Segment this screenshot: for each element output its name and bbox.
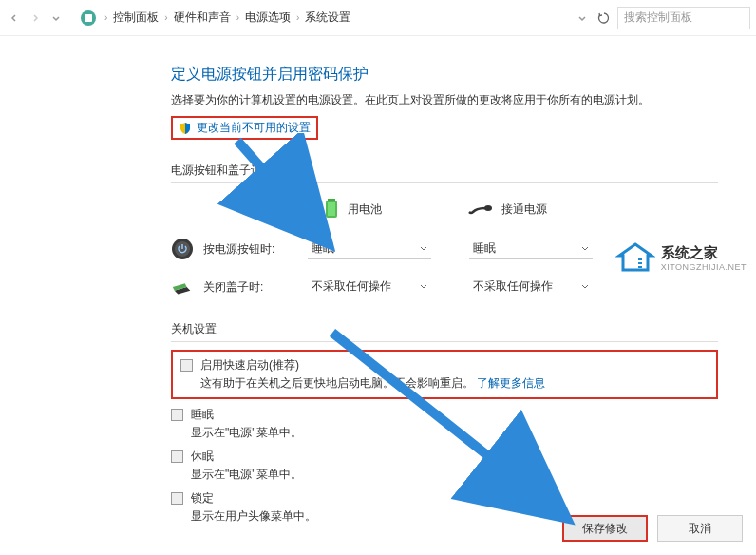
close-lid-row: 关闭盖子时: 不采取任何操作 不采取任何操作 xyxy=(171,276,718,298)
chevron-down-icon xyxy=(420,245,427,253)
laptop-lid-icon xyxy=(171,276,194,298)
chevron-down-icon xyxy=(420,283,427,291)
svg-rect-1 xyxy=(85,14,92,22)
section-shutdown-title: 关机设置 xyxy=(171,321,718,342)
watermark-subtitle: XITONGZHIJIA.NET xyxy=(661,262,747,272)
breadcrumb-expand-button[interactable] xyxy=(574,10,591,27)
watermark-logo-icon xyxy=(615,241,655,274)
battery-icon xyxy=(323,197,340,222)
watermark-title: 系统之家 xyxy=(661,244,747,262)
lock-checkbox[interactable] xyxy=(171,492,183,505)
hibernate-description: 显示在"电源"菜单中。 xyxy=(191,467,718,483)
svg-rect-4 xyxy=(328,202,335,216)
change-settings-link[interactable]: 更改当前不可用的设置 xyxy=(197,120,311,136)
sleep-description: 显示在"电源"菜单中。 xyxy=(191,425,718,441)
sleep-label: 睡眠 xyxy=(191,407,214,423)
page-title: 定义电源按钮并启用密码保护 xyxy=(171,65,718,85)
hibernate-label: 休眠 xyxy=(191,449,214,465)
breadcrumb-item[interactable]: 系统设置 xyxy=(305,10,350,26)
page-subtitle: 选择要为你的计算机设置的电源设置。在此页上对设置所做的更改将应用于你所有的电源计… xyxy=(171,92,718,108)
breadcrumb-item[interactable]: 控制面板 xyxy=(113,10,159,26)
fast-startup-highlight: 启用快速启动(推荐) 这有助于在关机之后更快地启动电脑。不会影响重启。 了解更多… xyxy=(171,350,718,399)
plugged-label: 接通电源 xyxy=(501,201,547,218)
refresh-button[interactable] xyxy=(595,9,614,28)
section-power-title: 电源按钮和盖子设置 xyxy=(171,163,718,183)
save-button[interactable]: 保存修改 xyxy=(562,515,648,542)
control-panel-icon xyxy=(78,8,99,29)
breadcrumb-item[interactable]: 硬件和声音 xyxy=(174,10,231,26)
fast-startup-checkbox[interactable] xyxy=(180,359,193,372)
power-headers: 用电池 接通电源 xyxy=(171,197,718,222)
nav-back-button[interactable] xyxy=(6,10,23,27)
power-button-plugged-select[interactable]: 睡眠 xyxy=(469,239,593,259)
fast-startup-description: 这有助于在关机之后更快地启动电脑。不会影响重启。 了解更多信息 xyxy=(200,375,709,392)
close-lid-label: 关闭盖子时: xyxy=(203,279,298,296)
footer-buttons: 保存修改 取消 xyxy=(562,515,743,542)
plug-icon xyxy=(467,201,494,219)
svg-rect-12 xyxy=(638,266,642,268)
close-lid-battery-select[interactable]: 不采取任何操作 xyxy=(308,277,431,297)
watermark: 系统之家 XITONGZHIJIA.NET xyxy=(615,241,747,274)
nav-forward-button[interactable] xyxy=(27,10,44,27)
power-button-label: 按电源按钮时: xyxy=(203,241,298,258)
main-content: 定义电源按钮并启用密码保护 选择要为你的计算机设置的电源设置。在此页上对设置所做… xyxy=(0,36,756,544)
sleep-checkbox[interactable] xyxy=(171,409,183,421)
toolbar: › 控制面板 › 硬件和声音 › 电源选项 › 系统设置 搜索控制面板 xyxy=(0,0,756,36)
learn-more-link[interactable]: 了解更多信息 xyxy=(477,376,545,390)
chevron-down-icon xyxy=(581,245,589,253)
breadcrumb-item[interactable]: 电源选项 xyxy=(245,10,291,26)
lock-label: 锁定 xyxy=(191,490,214,507)
battery-label: 用电池 xyxy=(348,201,382,218)
change-settings-link-box: 更改当前不可用的设置 xyxy=(171,116,318,140)
shield-icon xyxy=(179,122,192,135)
breadcrumb: › 控制面板 › 硬件和声音 › 电源选项 › 系统设置 xyxy=(103,10,570,26)
breadcrumb-dropdown-button[interactable] xyxy=(47,10,65,27)
svg-rect-10 xyxy=(638,258,642,260)
cancel-button[interactable]: 取消 xyxy=(657,515,743,542)
search-input[interactable]: 搜索控制面板 xyxy=(617,7,750,29)
svg-rect-2 xyxy=(328,199,335,201)
power-button-icon xyxy=(171,238,194,260)
power-button-battery-select[interactable]: 睡眠 xyxy=(308,239,431,259)
fast-startup-label: 启用快速启动(推荐) xyxy=(200,357,299,373)
close-lid-plugged-select[interactable]: 不采取任何操作 xyxy=(469,277,593,297)
hibernate-checkbox[interactable] xyxy=(171,450,183,463)
svg-rect-11 xyxy=(638,262,642,264)
chevron-down-icon xyxy=(581,283,589,291)
